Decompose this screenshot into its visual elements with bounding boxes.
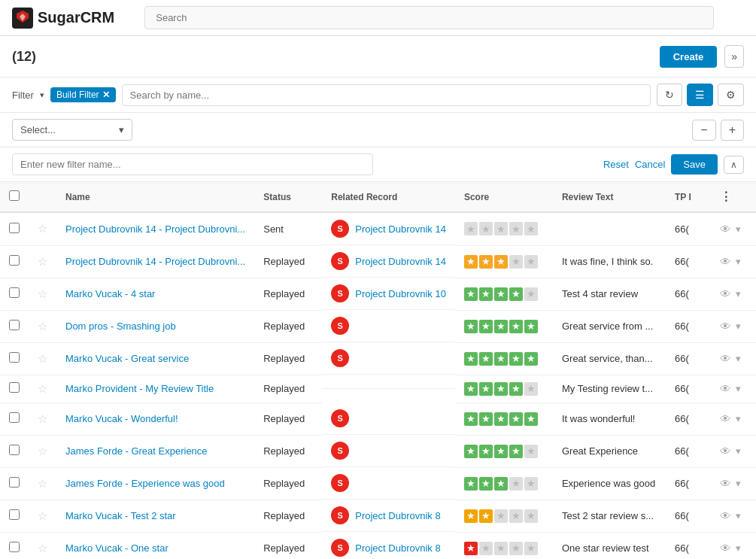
search-input[interactable] — [144, 6, 714, 29]
view-icon[interactable]: 👁 — [720, 352, 731, 365]
row-checkbox[interactable] — [9, 223, 20, 233]
record-name-link[interactable]: Marko Vucak - Great service — [65, 353, 189, 364]
record-name-link[interactable]: Project Dubrovnik 14 - Project Dubrovni.… — [65, 223, 245, 235]
logo: SugarCRM — [12, 8, 114, 29]
th-name: Name — [56, 182, 254, 212]
row-expand-icon[interactable]: ▾ — [736, 383, 741, 394]
row-expand-icon[interactable]: ▾ — [736, 321, 741, 332]
td-status: Replayed — [254, 375, 322, 403]
table-row: ☆ Marko Vucak - 4 star Replayed SProject… — [0, 278, 756, 310]
view-icon[interactable]: 👁 — [720, 509, 731, 522]
favorite-icon[interactable]: ☆ — [38, 320, 47, 333]
avatar: S — [331, 220, 349, 238]
view-icon[interactable]: 👁 — [720, 445, 731, 457]
row-checkbox[interactable] — [9, 542, 20, 552]
related-record-link[interactable]: Project Dubrovnik 14 — [355, 223, 446, 235]
row-expand-icon[interactable]: ▾ — [736, 542, 741, 554]
related-record-link[interactable]: Project Dubrovnik 8 — [355, 542, 440, 554]
favorite-icon[interactable]: ☆ — [38, 382, 47, 395]
cancel-button[interactable]: Cancel — [635, 159, 665, 170]
add-filter-button[interactable]: + — [721, 120, 744, 141]
row-expand-icon[interactable]: ▾ — [736, 256, 741, 267]
row-expand-icon[interactable]: ▾ — [736, 353, 741, 364]
filter-search-input[interactable] — [122, 84, 651, 106]
row-checkbox[interactable] — [9, 255, 20, 266]
avatar: S — [331, 317, 349, 335]
row-checkbox[interactable] — [9, 320, 20, 330]
td-review-text: It was fine, I think so. — [553, 245, 666, 278]
select-all-checkbox[interactable] — [9, 190, 20, 201]
td-score: ★★★★★ — [455, 403, 553, 435]
related-record-link[interactable]: Project Dubrovnik 10 — [355, 288, 446, 299]
record-name-link[interactable]: James Forde - Experience was good — [65, 478, 225, 489]
save-button[interactable]: Save — [671, 154, 718, 175]
row-checkbox[interactable] — [9, 477, 20, 488]
collapse-button[interactable]: ∧ — [724, 156, 744, 174]
favorite-icon[interactable]: ☆ — [38, 222, 47, 235]
record-count: (12) — [12, 49, 652, 65]
tp-value: 66( — [675, 288, 689, 299]
row-expand-icon[interactable]: ▾ — [736, 445, 741, 457]
favorite-icon[interactable]: ☆ — [38, 509, 47, 522]
view-icon[interactable]: 👁 — [720, 223, 731, 235]
row-checkbox[interactable] — [9, 382, 20, 393]
record-name-link[interactable]: Marko Vucak - Wonderful! — [65, 413, 178, 424]
row-expand-icon[interactable]: ▾ — [736, 223, 741, 235]
refresh-button[interactable]: ↻ — [657, 84, 682, 106]
related-record-link[interactable]: Project Dubrovnik 8 — [355, 510, 440, 521]
td-score: ★★★★★ — [455, 245, 553, 278]
filter-dropdown-icon[interactable]: ▾ — [40, 90, 44, 100]
record-name-link[interactable]: Marko Vucak - Test 2 star — [65, 510, 176, 521]
filter-name-input[interactable] — [12, 153, 373, 175]
favorite-icon[interactable]: ☆ — [38, 352, 47, 365]
record-name-link[interactable]: Marko Vucak - One star — [65, 542, 169, 554]
settings-view-button[interactable]: ⚙ — [718, 84, 744, 106]
row-checkbox[interactable] — [9, 509, 20, 520]
favorite-icon[interactable]: ☆ — [38, 255, 47, 268]
global-search[interactable] — [144, 6, 714, 29]
tp-value: 66( — [675, 478, 689, 489]
row-expand-icon[interactable]: ▾ — [736, 478, 741, 489]
remove-filter-button[interactable]: − — [692, 120, 715, 141]
column-options-icon[interactable]: ⋮ — [720, 190, 732, 203]
row-expand-icon[interactable]: ▾ — [736, 288, 741, 299]
td-score: ★★★★★ — [455, 532, 553, 559]
reset-button[interactable]: Reset — [603, 159, 629, 170]
favorite-icon[interactable]: ☆ — [38, 477, 47, 490]
more-options-button[interactable]: » — [724, 45, 744, 68]
filter-chip-close[interactable]: ✕ — [102, 90, 110, 100]
view-icon[interactable]: 👁 — [720, 382, 731, 395]
td-related-record: S — [322, 435, 455, 467]
row-expand-icon[interactable]: ▾ — [736, 510, 741, 521]
favorite-icon[interactable]: ☆ — [38, 412, 47, 425]
build-filter-chip[interactable]: Build Filter ✕ — [50, 87, 116, 102]
view-icon[interactable]: 👁 — [720, 287, 731, 300]
tp-value: 66( — [675, 353, 689, 364]
favorite-icon[interactable]: ☆ — [38, 542, 47, 554]
view-icon[interactable]: 👁 — [720, 255, 731, 268]
record-name-link[interactable]: Marko Provident - My Review Title — [65, 383, 214, 394]
related-record-link[interactable]: Project Dubrovnik 14 — [355, 256, 446, 267]
favorite-icon[interactable]: ☆ — [38, 287, 47, 300]
record-name-link[interactable]: James Forde - Great Experience — [65, 445, 208, 457]
favorite-icon[interactable]: ☆ — [38, 445, 47, 457]
td-status: Replayed — [254, 435, 322, 467]
view-icon[interactable]: 👁 — [720, 320, 731, 333]
view-icon[interactable]: 👁 — [720, 542, 731, 554]
row-expand-icon[interactable]: ▾ — [736, 413, 741, 424]
create-button[interactable]: Create — [660, 46, 717, 68]
row-checkbox[interactable] — [9, 287, 20, 298]
td-review-text: My Testing review t... — [553, 375, 666, 403]
list-view-button[interactable]: ☰ — [687, 84, 713, 106]
row-checkbox[interactable] — [9, 445, 20, 455]
row-checkbox[interactable] — [9, 352, 20, 363]
record-name-link[interactable]: Dom pros - Smashing job — [65, 321, 176, 332]
view-icon[interactable]: 👁 — [720, 412, 731, 425]
record-name-link[interactable]: Marko Vucak - 4 star — [65, 288, 155, 299]
row-checkbox[interactable] — [9, 412, 20, 423]
review-text-value: Great service from ... — [562, 321, 653, 332]
record-name-link[interactable]: Project Dubrovnik 14 - Project Dubrovni.… — [65, 256, 245, 267]
filter-select[interactable]: Select... ▾ — [12, 119, 132, 141]
tp-value: 66( — [675, 383, 689, 394]
view-icon[interactable]: 👁 — [720, 477, 731, 490]
